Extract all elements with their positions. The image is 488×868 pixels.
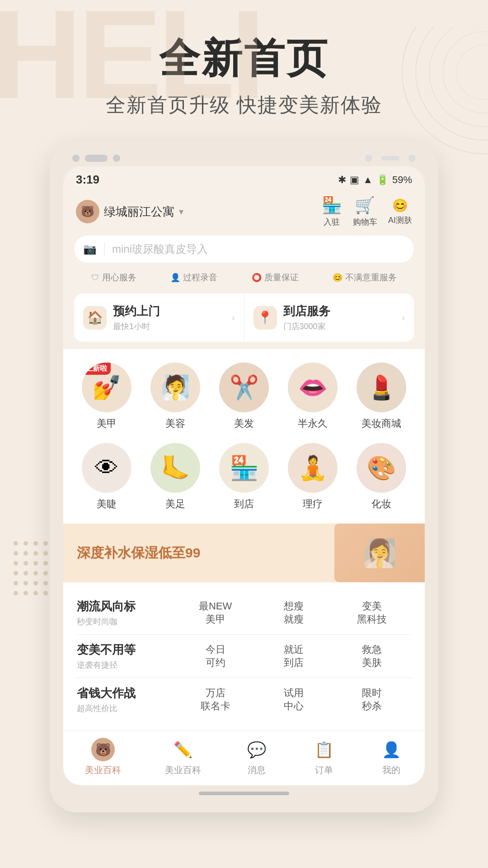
nav-orders-icon: 📋 xyxy=(312,738,336,761)
category-beauty[interactable]: 🧖 美容 xyxy=(148,363,202,430)
heartfelt-label: 用心服务 xyxy=(102,272,136,283)
checkin-action[interactable]: 🏪 入驻 xyxy=(322,196,342,227)
service-tag-recording: 👤 过程录音 xyxy=(170,272,217,283)
category-store[interactable]: 🏪 到店 xyxy=(217,443,271,511)
beauty-tech-text: 变美黑科技 xyxy=(357,600,387,626)
nav-item-encyclopedia[interactable]: ✏️ 美业百科 xyxy=(165,738,201,776)
menu-item-today-appt[interactable]: 今日可约 xyxy=(197,643,234,669)
store-visit-card[interactable]: 📍 到店服务 门店3000家 › xyxy=(244,293,414,342)
service-tag-redo: 😊 不满意重服务 xyxy=(333,272,397,283)
beauty-circle: 🧖 xyxy=(150,363,200,412)
menu-item-emergency-skin[interactable]: 救急美肤 xyxy=(354,643,390,669)
category-semi-perm[interactable]: 👄 半永久 xyxy=(286,363,340,430)
nav-item-home[interactable]: 🐻 美业百科 xyxy=(85,738,121,776)
nav-mine-icon: 👤 xyxy=(380,738,403,761)
banner-person-icon: 🧖‍♀️ xyxy=(363,537,397,569)
nav-encyclopedia-icon: ✏️ xyxy=(171,738,195,761)
category-hair[interactable]: ✂️ 美发 xyxy=(217,363,271,430)
search-bar[interactable]: 📷 mini玻尿酸真皮导入 xyxy=(74,236,414,263)
nowait-category-info: 变美不用等 逆袭有捷径 xyxy=(77,642,176,670)
store-circle: 🏪 xyxy=(219,443,269,493)
phone-top-bar xyxy=(63,155,425,166)
nav-item-message[interactable]: 💬 消息 xyxy=(245,738,268,776)
location-name: 绿城丽江公寓 xyxy=(104,204,174,220)
menu-item-new-nail[interactable]: 最NEW美甲 xyxy=(197,600,234,626)
save-category-title: 省钱大作战 xyxy=(77,685,176,701)
category-makeup[interactable]: 🎨 化妆 xyxy=(354,443,408,511)
phone-screen: 3:19 ✱ ▣ ▲ 🔋 59% 🐻 绿城丽江公寓 ▾ xyxy=(63,166,425,785)
menu-item-beauty-tech[interactable]: 变美黑科技 xyxy=(354,600,390,626)
cart-label: 购物车 xyxy=(353,217,377,227)
ai-skin-action[interactable]: 😊 AI测肤 xyxy=(388,198,412,226)
menu-section: 潮流风向标 秒变时尚咖 最NEW美甲 想瘦就瘦 变美黑科技 xyxy=(63,582,425,730)
foot-label: 美足 xyxy=(165,497,185,511)
phone-sensor-3 xyxy=(408,155,416,162)
phone-sensors xyxy=(365,155,416,162)
banner-text: 深度补水保湿低至99 xyxy=(77,544,200,562)
phone-dots xyxy=(72,155,120,162)
category-makeup-mall[interactable]: 💄 美妆商城 xyxy=(354,363,408,430)
trend-category-info: 潮流风向标 秒变时尚咖 xyxy=(77,599,176,627)
nav-encyclopedia-label: 美业百科 xyxy=(165,764,201,776)
hair-circle: ✂️ xyxy=(219,363,269,412)
trial-text: 试用中心 xyxy=(284,687,304,712)
semi-perm-label: 半永久 xyxy=(298,417,328,430)
category-therapy[interactable]: 🧘 理疗 xyxy=(286,443,340,511)
makeup-circle: 🎨 xyxy=(357,443,406,493)
semi-perm-circle: 👄 xyxy=(288,363,338,412)
bottom-nav: 🐻 美业百科 ✏️ 美业百科 💬 消息 📋 订单 👤 xyxy=(63,730,425,785)
home-visit-title: 预约上门 xyxy=(113,303,225,319)
therapy-label: 理疗 xyxy=(303,497,323,511)
quality-icon: ⭕ xyxy=(252,273,262,283)
banner-image: 🧖‍♀️ xyxy=(334,524,425,582)
menu-item-card[interactable]: 万店联名卡 xyxy=(197,687,234,712)
svg-point-2 xyxy=(429,27,488,127)
service-tag-quality: ⭕ 质量保证 xyxy=(252,272,299,283)
nav-mine-label: 我的 xyxy=(382,764,400,776)
nav-item-mine[interactable]: 👤 我的 xyxy=(380,738,403,776)
nav-message-label: 消息 xyxy=(248,764,266,776)
foot-circle: 🦶 xyxy=(150,443,200,493)
ai-skin-label: AI测肤 xyxy=(388,215,412,226)
nav-message-icon: 💬 xyxy=(245,738,268,761)
heartfelt-icon: 🛡 xyxy=(91,273,99,283)
checkin-label: 入驻 xyxy=(324,217,340,227)
bluetooth-icon: ✱ xyxy=(338,174,346,186)
today-appt-text: 今日可约 xyxy=(206,643,225,669)
service-tag-heartfelt: 🛡 用心服务 xyxy=(91,272,136,283)
flash-sale-text: 限时秒杀 xyxy=(362,687,382,712)
store-visit-arrow: › xyxy=(402,312,405,323)
emergency-skin-text: 救急美肤 xyxy=(362,643,382,669)
promo-banner[interactable]: 深度补水保湿低至99 🧖‍♀️ xyxy=(63,524,425,582)
recording-icon: 👤 xyxy=(170,273,180,283)
category-lash[interactable]: 👁 美睫 xyxy=(80,443,134,511)
category-foot[interactable]: 🦶 美足 xyxy=(148,443,202,511)
menu-item-flash-sale[interactable]: 限时秒杀 xyxy=(354,687,390,712)
categories-section: 上新啦 💅 美甲 🧖 美容 ✂️ xyxy=(63,349,425,524)
category-nail[interactable]: 上新啦 💅 美甲 xyxy=(80,363,134,430)
slim-text: 想瘦就瘦 xyxy=(284,600,304,626)
quality-label: 质量保证 xyxy=(264,272,299,283)
nav-item-orders[interactable]: 📋 订单 xyxy=(312,738,336,776)
new-badge: 上新啦 xyxy=(82,363,111,375)
cart-action[interactable]: 🛒 购物车 xyxy=(353,196,377,227)
service-tags-bar: 🛡 用心服务 👤 过程录音 ⭕ 质量保证 😊 不满意重服务 xyxy=(63,268,425,290)
location-area[interactable]: 🐻 绿城丽江公寓 ▾ xyxy=(76,200,183,223)
bg-hello-text: HELI xyxy=(0,0,261,118)
svg-point-1 xyxy=(416,27,488,140)
battery-icon: 🔋 xyxy=(376,174,389,186)
home-visit-arrow: › xyxy=(232,312,235,323)
location-avatar: 🐻 xyxy=(76,200,99,223)
header-actions: 🏪 入驻 🛒 购物车 😊 AI测肤 xyxy=(322,196,412,227)
status-time: 3:19 xyxy=(76,173,99,187)
nav-home-label: 美业百科 xyxy=(85,764,121,776)
home-visit-card[interactable]: 🏠 预约上门 最快1小时 › xyxy=(74,293,244,342)
status-icons: ✱ ▣ ▲ 🔋 59% xyxy=(338,174,412,186)
svg-point-3 xyxy=(443,32,488,113)
trend-category-sub: 秒变时尚咖 xyxy=(77,616,176,627)
store-visit-icon: 📍 xyxy=(253,306,277,330)
menu-item-trial[interactable]: 试用中心 xyxy=(276,687,312,712)
menu-item-nearby-store[interactable]: 就近到店 xyxy=(276,643,312,669)
menu-item-slim[interactable]: 想瘦就瘦 xyxy=(276,600,312,626)
makeup-mall-circle: 💄 xyxy=(357,363,406,412)
